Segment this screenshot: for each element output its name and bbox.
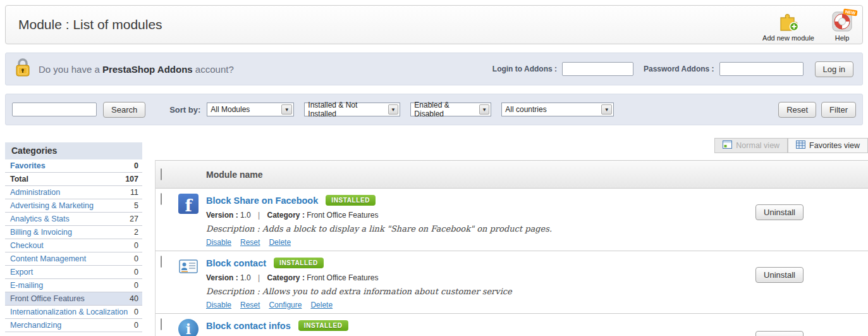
disable-link[interactable]: Disable (206, 301, 231, 309)
module-list-main: Normal view Favorites view Mo (155, 138, 868, 336)
sidebar-item-export[interactable]: Export 0 (5, 266, 142, 279)
view-toggle: Normal view Favorites view (155, 138, 868, 153)
addons-account-bar: Do you have a PrestaShop Addons account?… (5, 53, 863, 85)
module-row-block-contact-infos: i Block contact infos INSTALLED Uninstal… (156, 314, 868, 336)
version-label: Version : (206, 211, 238, 220)
module-name-link[interactable]: Block contact infos (206, 321, 291, 331)
contact-card-icon (178, 268, 199, 278)
reset-link[interactable]: Reset (240, 238, 260, 247)
module-checkbox[interactable] (161, 256, 162, 268)
category-label[interactable]: Content Management (10, 254, 86, 263)
sidebar-item-favorites[interactable]: Favorites 0 (5, 159, 142, 173)
favorites-view-label: Favorites view (809, 141, 860, 150)
normal-view-button[interactable]: Normal view (714, 138, 788, 153)
country-select[interactable]: All countries ▼ (501, 103, 614, 116)
module-type-select[interactable]: All Modules ▼ (207, 103, 294, 116)
sidebar-item-emailing[interactable]: E-mailing 0 (5, 279, 142, 292)
normal-view-icon (723, 140, 732, 151)
module-list-page: Module : List of modules Add new module (0, 0, 868, 336)
module-row-block-contact: Block contact INSTALLED Version : 1.0 | … (156, 251, 868, 314)
sidebar-item-total[interactable]: Total 107 (5, 173, 142, 186)
page-title: Module : List of modules (18, 17, 162, 32)
module-checkbox[interactable] (161, 318, 162, 330)
addons-question: Do you have a PrestaShop Addons account? (39, 64, 234, 75)
category-label[interactable]: E-mailing (10, 281, 43, 290)
module-search-input[interactable] (12, 103, 97, 116)
add-module-puzzle-icon (777, 11, 800, 32)
sidebar-item-billing-invoicing[interactable]: Billing & Invoicing 2 (5, 226, 142, 239)
category-count: 0 (134, 161, 138, 170)
addons-question-suffix: account? (193, 64, 234, 75)
facebook-icon: f (178, 194, 199, 214)
category-label[interactable]: Analytics & Stats (10, 215, 70, 223)
category-label[interactable]: Billing & Invoicing (10, 228, 72, 237)
category-label[interactable]: Advertising & Marketing (10, 201, 94, 210)
password-addons-input[interactable] (719, 62, 804, 76)
installed-badge: INSTALLED (326, 195, 376, 206)
module-name-link[interactable]: Block contact (206, 258, 266, 268)
category-label[interactable]: Administration (10, 188, 60, 197)
category-label[interactable]: Front Office Features (10, 294, 85, 303)
delete-link[interactable]: Delete (310, 301, 333, 309)
filter-buttons: Reset Filter (778, 102, 856, 118)
filter-bar: Search Sort by: All Modules ▼ Installed … (5, 94, 863, 125)
sidebar-item-administration[interactable]: Administration 11 (5, 186, 142, 199)
sidebar-item-internationalization-localization[interactable]: Internationalization & Localization 0 (5, 306, 142, 319)
reset-link[interactable]: Reset (240, 301, 260, 309)
category-value: Front Office Features (307, 273, 378, 282)
module-description: Description : Adds a block to display a … (206, 224, 691, 233)
category-label[interactable]: Total (10, 175, 28, 184)
chevron-down-icon: ▼ (601, 104, 612, 115)
module-name-link[interactable]: Block Share on Facebook (206, 196, 318, 206)
category-label[interactable]: Export (10, 268, 33, 277)
help-label: Help (835, 34, 850, 42)
sidebar-item-analytics-stats[interactable]: Analytics & Stats 27 (5, 213, 142, 226)
module-checkbox[interactable] (161, 193, 162, 205)
login-addons-input[interactable] (562, 62, 633, 76)
prestashop-addons-brand: PrestaShop Addons (102, 64, 193, 75)
sort-by-label: Sort by: (169, 105, 200, 115)
meta-separator: | (258, 211, 260, 220)
module-type-value: All Modules (211, 105, 250, 114)
category-count: 0 (134, 281, 138, 290)
sidebar-item-checkout[interactable]: Checkout 0 (5, 239, 142, 252)
installed-badge: INSTALLED (274, 258, 324, 268)
category-label[interactable]: Merchandizing (10, 321, 61, 330)
module-meta: Version : 1.0 | Category : Front Office … (206, 273, 691, 282)
chevron-down-icon: ▼ (281, 104, 292, 115)
category-label[interactable]: Internationalization & Localization (10, 308, 128, 316)
delete-link[interactable]: Delete (269, 238, 291, 247)
disable-link[interactable]: Disable (206, 238, 231, 247)
search-button[interactable]: Search (103, 102, 145, 118)
install-status-value: Installed & Not Installed (308, 101, 386, 118)
sidebar-item-content-management[interactable]: Content Management 0 (5, 252, 142, 266)
sidebar-item-advertising-marketing[interactable]: Advertising & Marketing 5 (5, 199, 142, 213)
category-count: 27 (130, 215, 138, 223)
country-value: All countries (505, 105, 546, 114)
version-label: Version : (206, 273, 238, 282)
category-label[interactable]: Favorites (10, 161, 46, 170)
sidebar-item-merchandizing[interactable]: Merchandizing 0 (5, 319, 142, 332)
help-button[interactable]: NEW Help (831, 11, 853, 42)
uninstall-button[interactable]: Uninstall (755, 331, 804, 336)
select-all-checkbox[interactable] (161, 168, 162, 180)
modules-table-header: Module name (156, 160, 868, 189)
module-info: Block contact INSTALLED Version : 1.0 | … (206, 256, 691, 313)
reset-button[interactable]: Reset (778, 102, 816, 118)
sidebar-item-front-office-features[interactable]: Front Office Features 40 (5, 292, 142, 306)
log-in-button[interactable]: Log in (815, 61, 853, 77)
favorites-view-button[interactable]: Favorites view (788, 138, 868, 153)
category-label[interactable]: Checkout (10, 241, 44, 250)
configure-link[interactable]: Configure (269, 301, 302, 309)
uninstall-button[interactable]: Uninstall (755, 267, 804, 283)
uninstall-button[interactable]: Uninstall (755, 204, 804, 220)
page-header: Module : List of modules Add new module (5, 5, 863, 44)
filter-button[interactable]: Filter (821, 102, 856, 118)
add-module-label: Add new module (762, 34, 814, 42)
category-count: 107 (125, 175, 138, 184)
add-new-module-button[interactable]: Add new module (762, 11, 814, 42)
install-status-select[interactable]: Installed & Not Installed ▼ (304, 103, 400, 116)
module-description: Description : Allows you to add extra in… (206, 287, 691, 296)
enabled-status-select[interactable]: Enabled & Disabled ▼ (410, 103, 491, 116)
category-count: 5 (134, 201, 138, 210)
